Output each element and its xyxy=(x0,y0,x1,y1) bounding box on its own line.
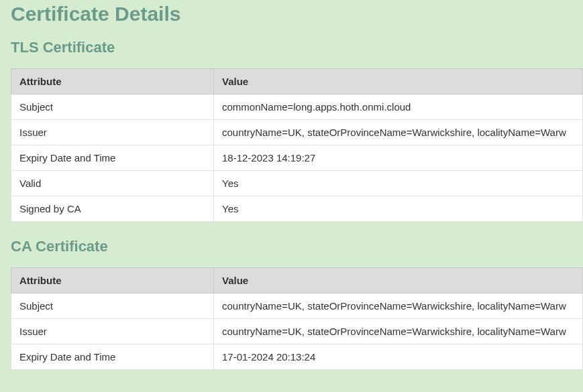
table-row: Subject commonName=long.apps.hoth.onmi.c… xyxy=(11,94,583,120)
table-row: Expiry Date and Time 18-12-2023 14:19:27 xyxy=(11,145,583,171)
tls-certificate-heading: TLS Certificate xyxy=(11,39,583,56)
value-cell: Yes xyxy=(214,196,583,222)
table-header-attribute: Attribute xyxy=(11,268,214,293)
value-cell: 17-01-2024 20:13:24 xyxy=(214,344,583,370)
value-cell: countryName=UK, stateOrProvinceName=Warw… xyxy=(214,319,583,344)
page-title: Certificate Details xyxy=(11,0,583,25)
table-header-value: Value xyxy=(214,69,583,94)
attribute-cell: Subject xyxy=(11,293,214,319)
attribute-cell: Valid xyxy=(11,171,214,196)
attribute-cell: Expiry Date and Time xyxy=(11,145,214,171)
table-row: Issuer countryName=UK, stateOrProvinceNa… xyxy=(11,319,583,344)
attribute-cell: Signed by CA xyxy=(11,196,214,222)
attribute-cell: Issuer xyxy=(11,319,214,344)
ca-certificate-heading: CA Certificate xyxy=(11,238,583,255)
tls-certificate-table: Attribute Value Subject commonName=long.… xyxy=(11,68,583,222)
attribute-cell: Subject xyxy=(11,94,214,120)
table-row: Valid Yes xyxy=(11,171,583,196)
table-row: Expiry Date and Time 17-01-2024 20:13:24 xyxy=(11,344,583,370)
table-header-value: Value xyxy=(214,268,583,293)
attribute-cell: Expiry Date and Time xyxy=(11,344,214,370)
table-row: Signed by CA Yes xyxy=(11,196,583,222)
table-header-attribute: Attribute xyxy=(11,69,214,94)
ca-certificate-table: Attribute Value Subject countryName=UK, … xyxy=(11,267,583,370)
table-row: Subject countryName=UK, stateOrProvinceN… xyxy=(11,293,583,319)
value-cell: countryName=UK, stateOrProvinceName=Warw… xyxy=(214,120,583,145)
value-cell: Yes xyxy=(214,171,583,196)
attribute-cell: Issuer xyxy=(11,120,214,145)
value-cell: commonName=long.apps.hoth.onmi.cloud xyxy=(214,94,583,120)
value-cell: 18-12-2023 14:19:27 xyxy=(214,145,583,171)
value-cell: countryName=UK, stateOrProvinceName=Warw… xyxy=(214,293,583,319)
table-row: Issuer countryName=UK, stateOrProvinceNa… xyxy=(11,120,583,145)
